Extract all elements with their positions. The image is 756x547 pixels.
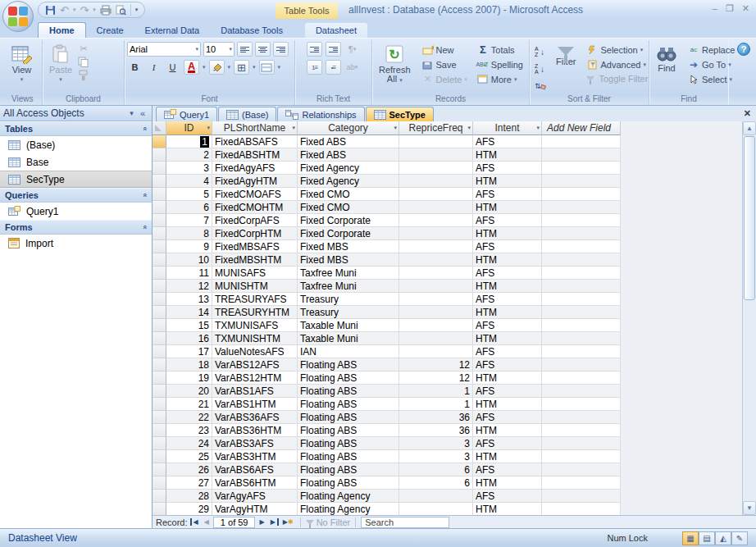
cell[interactable] [399, 162, 473, 175]
delete-record-button[interactable]: ✕Delete ▾ [420, 73, 470, 85]
cell[interactable]: 5 [166, 188, 212, 201]
cell[interactable]: AFS [473, 358, 542, 372]
cell[interactable]: 23 [166, 424, 212, 437]
cell[interactable]: VarABS6HTM [212, 476, 298, 490]
pivottable-view-button[interactable]: ▤ [699, 531, 715, 545]
cell[interactable]: HTM [473, 476, 542, 490]
font-family-dropdown-icon[interactable]: ▾ [192, 46, 198, 52]
cell[interactable]: 14 [166, 306, 212, 319]
cell[interactable]: Fixed MBS [298, 240, 399, 253]
cell[interactable]: 7 [166, 214, 212, 227]
cell[interactable]: HTM [473, 450, 542, 463]
cell[interactable]: FixedCorpAFS [212, 214, 298, 227]
cell[interactable]: 16 [166, 332, 212, 345]
row-selector[interactable] [153, 201, 166, 214]
cell[interactable]: 36 [399, 424, 473, 437]
cell[interactable]: Treasury [298, 293, 399, 306]
nav-section-tables[interactable]: Tables« [0, 121, 152, 136]
cell[interactable]: AFS [473, 162, 542, 175]
document-tab-relationships[interactable]: Relationships [277, 107, 364, 121]
cell[interactable] [542, 267, 621, 280]
row-selector[interactable] [153, 332, 166, 345]
cell[interactable]: VarABS36HTM [212, 424, 298, 437]
cell[interactable]: FixedMBSAFS [212, 240, 298, 253]
cell[interactable]: MUNISAFS [212, 267, 298, 280]
nav-item-query1[interactable]: Query1 [0, 203, 152, 220]
cell[interactable]: 28 [166, 490, 212, 503]
cell[interactable]: 24 [166, 437, 212, 450]
cell[interactable]: VarAgyHTM [212, 503, 298, 515]
cell[interactable] [542, 214, 621, 227]
cell[interactable]: FixedABSAFS [212, 135, 298, 148]
column-dropdown-icon[interactable]: ▾ [394, 125, 397, 131]
column-header-intent[interactable]: Intent▾ [473, 121, 542, 135]
align-center-button[interactable] [255, 42, 271, 57]
cell[interactable]: 3 [399, 450, 473, 463]
cell[interactable]: FixedCMOHTM [212, 201, 298, 214]
paste-button[interactable]: Paste▾ [45, 42, 76, 85]
cell[interactable] [542, 450, 621, 463]
row-selector[interactable] [153, 227, 166, 240]
cell[interactable]: HTM [473, 227, 542, 240]
cell[interactable] [399, 188, 473, 201]
row-selector[interactable] [153, 293, 166, 306]
highlight-button[interactable]: ab▾ [344, 60, 360, 75]
row-selector[interactable] [153, 385, 166, 398]
previous-record-button[interactable]: ◀ [203, 518, 211, 526]
row-selector[interactable] [153, 306, 166, 319]
column-dropdown-icon[interactable]: ▾ [467, 125, 471, 131]
cell[interactable]: 2 [166, 148, 212, 162]
view-button[interactable]: View▾ [7, 42, 37, 85]
cell[interactable]: 6 [399, 476, 473, 490]
numbered-list-button[interactable]: 1≡ [307, 60, 322, 75]
cell[interactable]: HTM [473, 280, 542, 293]
column-dropdown-icon[interactable]: ▾ [536, 125, 540, 131]
restore-button[interactable]: ❐ [726, 3, 734, 14]
row-selector[interactable] [153, 476, 166, 490]
fill-color-button[interactable] [209, 60, 225, 75]
ribbon-tab-datasheet[interactable]: Datasheet [305, 23, 367, 38]
cell[interactable]: HTM [473, 306, 542, 319]
cell[interactable] [542, 503, 621, 515]
cell[interactable]: TREASURYAFS [212, 293, 298, 306]
cell[interactable]: HTM [473, 503, 542, 515]
cell[interactable] [542, 293, 621, 306]
nav-pane-menu-icon[interactable]: ▾ [126, 109, 137, 117]
row-selector[interactable] [153, 162, 166, 175]
cell[interactable] [542, 319, 621, 332]
font-size-dropdown-icon[interactable]: ▾ [225, 46, 232, 52]
next-record-button[interactable]: ▶ [257, 518, 266, 526]
more-button[interactable]: More ▾ [475, 73, 526, 85]
nav-pane-header[interactable]: All Access Objects ▾ « [0, 106, 152, 121]
underline-button[interactable]: U [165, 60, 180, 75]
nav-item-import[interactable]: Import [0, 235, 152, 252]
cell[interactable] [542, 358, 621, 372]
close-button[interactable]: ✕ [742, 3, 749, 14]
nav-section-queries[interactable]: Queries« [0, 188, 152, 203]
cell[interactable]: VarAgyAFS [212, 490, 298, 503]
bold-button[interactable]: B [127, 60, 143, 75]
refresh-all-button[interactable]: ↻ RefreshAll ▾ [375, 42, 415, 87]
alternate-fill-dropdown-icon[interactable]: ▾ [278, 64, 281, 71]
cell[interactable]: 27 [166, 476, 212, 490]
cell[interactable]: 3 [166, 162, 212, 175]
first-record-button[interactable]: ◀ [190, 518, 200, 526]
goto-button[interactable]: ➔Go To ▾ [685, 58, 737, 71]
cell[interactable] [399, 253, 473, 267]
select-button[interactable]: Select ▾ [685, 73, 737, 85]
cell[interactable] [542, 398, 621, 411]
scroll-up-icon[interactable]: ▲ [743, 121, 756, 135]
new-blank-record-button[interactable]: ▶✱ [281, 518, 295, 526]
record-position[interactable]: 1 of 59 [213, 517, 256, 528]
collapse-chevron-icon[interactable]: « [140, 193, 148, 197]
cell[interactable] [542, 437, 621, 450]
bulleted-list-button[interactable]: •≡ [326, 60, 341, 75]
cell[interactable]: HTM [473, 372, 542, 385]
sort-ascending-button[interactable]: AZ↓ [532, 43, 548, 58]
cell[interactable]: AFS [473, 267, 542, 280]
cell[interactable]: 26 [166, 463, 212, 476]
row-selector[interactable] [153, 358, 166, 372]
design-view-button[interactable]: ✎ [731, 531, 748, 545]
cell[interactable] [399, 332, 473, 345]
cell[interactable]: Floating Agency [298, 490, 399, 503]
